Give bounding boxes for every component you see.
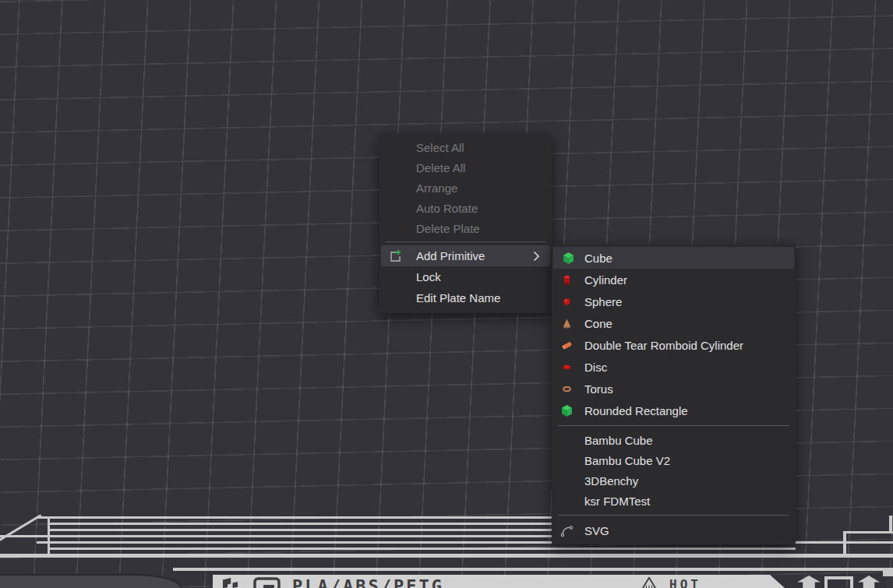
add-primitive-icon: [388, 249, 402, 263]
3d-viewport[interactable]: PLA/ABS/PETG HOT Select All Delete All A…: [0, 0, 893, 588]
torus-icon: [559, 382, 574, 396]
submenu-item-label: SVG: [584, 524, 609, 537]
submenu-item-double-tear-romboid-cylinder[interactable]: Double Tear Romboid Cylinder: [552, 334, 796, 356]
romboid-cylinder-icon: [559, 338, 574, 352]
disc-icon: [559, 360, 574, 374]
submenu-item-ksr-fdmtest[interactable]: ksr FDMTest: [552, 491, 796, 511]
menu-item-label: Auto Rotate: [416, 202, 478, 215]
submenu-item-label: Disc: [584, 361, 607, 374]
submenu-item-bambu-cube-v2[interactable]: Bambu Cube V2: [552, 450, 796, 470]
menu-item-label: Add Primitive: [416, 249, 485, 262]
bambu-logo-icon: [222, 577, 244, 588]
menu-item-arrange[interactable]: Arrange: [379, 178, 552, 198]
submenu-item-label: Cylinder: [584, 273, 627, 287]
menu-item-select-all[interactable]: Select All: [379, 137, 552, 157]
submenu-item-sphere[interactable]: Sphere: [552, 290, 796, 312]
menu-item-lock[interactable]: Lock: [379, 266, 552, 287]
menu-item-add-primitive[interactable]: Add Primitive: [381, 245, 550, 266]
menu-item-auto-rotate[interactable]: Auto Rotate: [379, 198, 552, 218]
menu-item-label: Select All: [416, 141, 464, 154]
submenu-item-bambu-cube[interactable]: Bambu Cube: [552, 430, 796, 450]
submenu-item-rounded-rectangle[interactable]: Rounded Rectangle: [552, 400, 796, 421]
bed-corner-right: [887, 576, 893, 588]
menu-item-label: Lock: [416, 270, 441, 283]
menu-item-delete-all[interactable]: Delete All: [379, 157, 552, 178]
submenu-item-label: ksr FDMTest: [584, 495, 650, 508]
submenu-item-label: Double Tear Romboid Cylinder: [584, 339, 743, 352]
menu-item-edit-plate-name[interactable]: Edit Plate Name: [379, 287, 552, 308]
add-primitive-submenu: Cube Cylinder Sphere: [552, 244, 796, 544]
menu-item-label: Delete All: [416, 161, 465, 174]
svg-curve-icon: [559, 523, 574, 537]
submenu-separator: [558, 515, 789, 516]
cube-icon: [561, 251, 575, 265]
submenu-item-label: Cube: [584, 252, 612, 265]
submenu-item-label: Sphere: [584, 295, 622, 308]
submenu-item-torus[interactable]: Torus: [552, 378, 796, 400]
context-menu: Select All Delete All Arrange Auto Rotat…: [379, 133, 552, 313]
submenu-item-label: Bambu Cube V2: [584, 454, 670, 467]
submenu-item-cylinder[interactable]: Cylinder: [552, 269, 796, 290]
submenu-item-label: Cone: [584, 317, 612, 330]
submenu-item-label: Bambu Cube: [584, 434, 653, 447]
menu-item-label: Edit Plate Name: [416, 291, 500, 305]
rounded-rectangle-icon: [559, 403, 574, 417]
submenu-item-3dbenchy[interactable]: 3DBenchy: [552, 470, 796, 491]
plate-material-label: PLA/ABS/PETG: [292, 576, 444, 588]
cylinder-icon: [559, 273, 574, 287]
menu-separator: [385, 241, 546, 242]
submenu-item-svg[interactable]: SVG: [552, 519, 796, 541]
submenu-item-label: 3DBenchy: [584, 474, 638, 488]
build-plate-front-label: PLA/ABS/PETG HOT: [213, 575, 785, 588]
bed-corner-left: [0, 574, 182, 588]
submenu-item-cone[interactable]: Cone: [552, 312, 796, 334]
sphere-icon: [559, 294, 574, 308]
menu-item-label: Arrange: [416, 181, 457, 195]
warning-triangle-icon: [640, 576, 658, 588]
plate-square-icon: [253, 577, 281, 588]
submenu-item-disc[interactable]: Disc: [552, 356, 796, 378]
plate-hot-label: HOT: [669, 577, 701, 588]
plate-front-square-icon: [824, 576, 853, 588]
menu-item-delete-plate[interactable]: Delete Plate: [379, 218, 552, 238]
submenu-item-label: Rounded Rectangle: [584, 404, 688, 417]
menu-item-label: Delete Plate: [416, 222, 480, 235]
submenu-item-label: Torus: [584, 382, 613, 396]
chevron-right-icon: [533, 251, 540, 262]
submenu-item-cube[interactable]: Cube: [553, 247, 794, 269]
submenu-separator: [558, 425, 789, 426]
cone-icon: [559, 316, 574, 330]
